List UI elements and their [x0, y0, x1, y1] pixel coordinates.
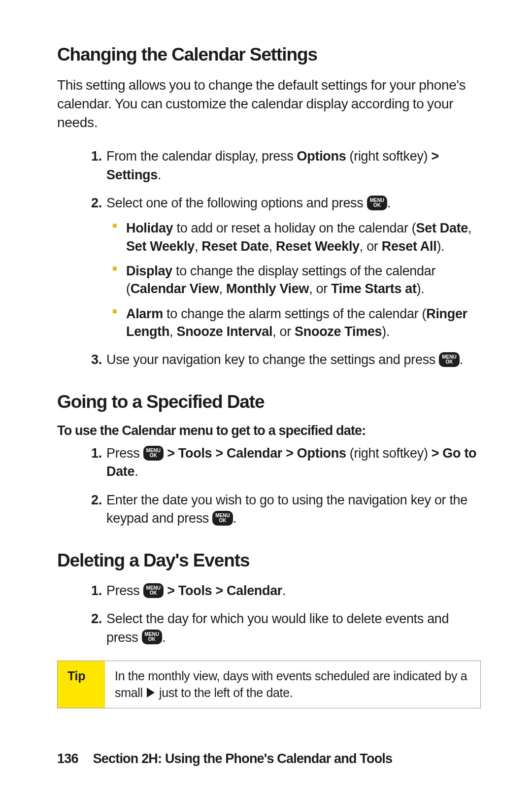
- text: ).: [436, 239, 444, 254]
- text: just to the left of the date.: [156, 686, 293, 699]
- text: ,: [219, 281, 226, 296]
- bold: Holiday: [126, 221, 173, 235]
- bullet: Holiday to add or reset a holiday on the…: [126, 219, 481, 255]
- bold: Options: [297, 149, 346, 164]
- text: , or: [272, 324, 295, 339]
- steps-list-3: Press MENUOK > Tools > Calendar. Select …: [57, 582, 481, 647]
- bold: Reset Weekly: [276, 239, 360, 254]
- heading-deleting-events: Deleting a Day's Events: [57, 550, 481, 571]
- text: .: [158, 167, 161, 182]
- text: ,: [195, 239, 201, 254]
- bold: Reset Date: [201, 239, 268, 254]
- text: , or: [309, 281, 331, 296]
- bold: Reset All: [382, 239, 437, 254]
- steps-list-2: Press MENUOK > Tools > Calendar > Option…: [57, 444, 481, 528]
- bold: > Tools > Calendar > Options: [164, 446, 346, 461]
- bold: > Tools > Calendar: [164, 583, 282, 598]
- text: From the calendar display, press: [106, 149, 297, 164]
- text: ,: [468, 221, 471, 235]
- bold: Alarm: [126, 306, 163, 321]
- triangle-right-icon: [147, 688, 155, 698]
- bullet-list: Holiday to add or reset a holiday on the…: [106, 219, 481, 341]
- menu-ok-key-icon: MENUOK: [212, 511, 233, 526]
- text: ).: [417, 281, 425, 296]
- text: .: [460, 352, 463, 367]
- text: .: [162, 630, 166, 645]
- bold: Set Date: [416, 221, 468, 235]
- text: .: [387, 196, 391, 210]
- tip-box: Tip In the monthly view, days with event…: [57, 661, 481, 709]
- menu-ok-key-icon: MENUOK: [143, 583, 164, 598]
- menu-ok-key-icon: MENUOK: [367, 196, 387, 210]
- bold: Snooze Interval: [176, 324, 272, 339]
- text: to add or reset a holiday on the calenda…: [173, 221, 416, 235]
- tip-label: Tip: [58, 661, 105, 708]
- text: ,: [269, 239, 276, 254]
- heading-changing-settings: Changing the Calendar Settings: [57, 44, 481, 65]
- text: Press: [106, 583, 143, 598]
- step: Enter the date you wish to go to using t…: [105, 491, 481, 528]
- bold: Time Starts at: [331, 281, 417, 296]
- step: Press MENUOK > Tools > Calendar.: [105, 582, 481, 600]
- text: to change the alarm settings of the cale…: [163, 306, 426, 321]
- text: Select one of the following options and …: [106, 196, 367, 210]
- bullet: Display to change the display settings o…: [126, 262, 481, 298]
- text: (right softkey): [346, 149, 431, 164]
- step: Select the day for which you would like …: [105, 610, 481, 647]
- bold: Set Weekly: [126, 239, 195, 254]
- text: ).: [382, 324, 390, 339]
- page-number: 136: [57, 751, 78, 766]
- menu-ok-key-icon: MENUOK: [142, 630, 162, 644]
- text: (right softkey): [346, 446, 432, 461]
- heading-going-to-date: Going to a Specified Date: [57, 392, 481, 412]
- tip-text: In the monthly view, days with events sc…: [105, 661, 480, 708]
- step: Select one of the following options and …: [105, 194, 481, 341]
- page-footer: 136Section 2H: Using the Phone's Calenda…: [57, 751, 392, 766]
- intro-paragraph: This setting allows you to change the de…: [57, 76, 481, 132]
- text: .: [282, 583, 286, 598]
- text: ,: [169, 324, 176, 339]
- menu-ok-key-icon: MENUOK: [143, 446, 164, 461]
- text: Enter the date you wish to go to using t…: [106, 493, 467, 526]
- menu-ok-key-icon: MENUOK: [439, 352, 459, 367]
- text: Press: [106, 446, 143, 461]
- bold: Calendar View: [131, 281, 219, 296]
- text: Use your navigation key to change the se…: [106, 352, 439, 367]
- step: Use your navigation key to change the se…: [105, 351, 481, 369]
- text: , or: [360, 239, 382, 254]
- text: .: [233, 511, 236, 526]
- bold: Display: [126, 264, 172, 278]
- step: Press MENUOK > Tools > Calendar > Option…: [105, 444, 481, 481]
- bullet: Alarm to change the alarm settings of th…: [126, 305, 481, 341]
- step: From the calendar display, press Options…: [105, 147, 481, 184]
- subheading: To use the Calendar menu to get to a spe…: [57, 423, 481, 438]
- bold: Monthly View: [226, 281, 309, 296]
- text: .: [134, 464, 138, 479]
- steps-list-1: From the calendar display, press Options…: [57, 147, 481, 369]
- bold: Snooze Times: [295, 324, 382, 339]
- footer-title: Section 2H: Using the Phone's Calendar a…: [93, 751, 393, 766]
